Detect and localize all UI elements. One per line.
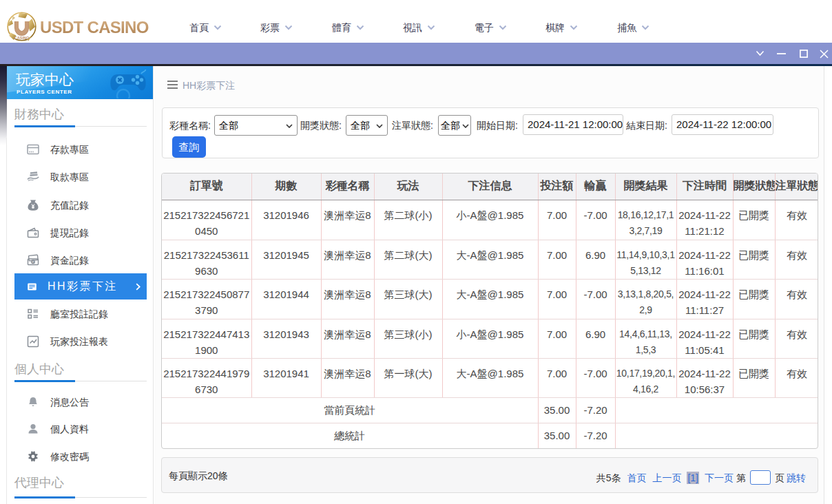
svg-text:CASINO: CASINO [14,36,30,40]
svg-text:$: $ [32,260,34,264]
